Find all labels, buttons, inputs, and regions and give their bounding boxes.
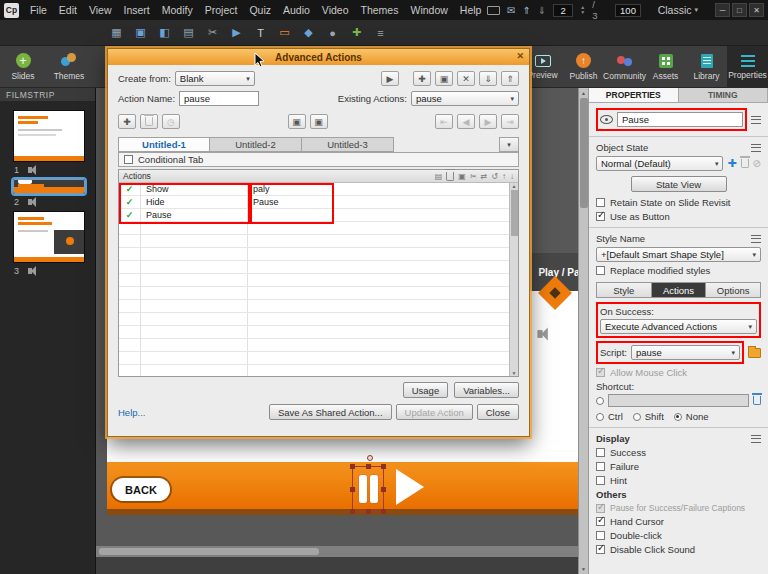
tab-timing[interactable]: TIMING: [679, 88, 768, 102]
menu-file[interactable]: File: [24, 4, 53, 16]
cut-tool-icon[interactable]: ✂: [204, 24, 221, 41]
back-button[interactable]: BACK: [112, 478, 170, 501]
conditional-tab-checkbox[interactable]: [124, 155, 133, 164]
usage-button[interactable]: Usage: [403, 382, 448, 398]
empty-action-row[interactable]: [119, 235, 509, 248]
minimize-button[interactable]: ─: [715, 3, 730, 17]
param-cell[interactable]: Pause: [248, 196, 509, 208]
delete-action-icon[interactable]: ✕: [457, 71, 475, 86]
tab-untitled-3[interactable]: Untitled-3: [302, 137, 394, 152]
slides-button[interactable]: Slides: [0, 46, 46, 88]
swap-icon[interactable]: ⇄: [481, 172, 488, 181]
tab-properties[interactable]: PROPERTIES: [589, 88, 679, 102]
menu-quiz[interactable]: Quiz: [243, 4, 277, 16]
properties-button[interactable]: Properties: [727, 46, 768, 88]
move-up-icon[interactable]: ↑: [502, 172, 506, 181]
slide-thumbnail-1[interactable]: [13, 110, 85, 162]
menu-view[interactable]: View: [83, 4, 118, 16]
success-checkbox[interactable]: [596, 448, 605, 457]
item-name-field[interactable]: Pause: [617, 112, 743, 127]
vscroll-thumb[interactable]: [580, 98, 588, 208]
help-link[interactable]: Help...: [118, 407, 145, 418]
scroll-up-icon[interactable]: ▲: [512, 183, 517, 189]
double-click-checkbox[interactable]: [596, 531, 605, 540]
clear-shortcut-icon[interactable]: [753, 396, 761, 405]
retain-state-checkbox[interactable]: [596, 198, 605, 207]
zoom-level[interactable]: 100: [615, 4, 640, 17]
empty-action-row[interactable]: [119, 287, 509, 300]
display-icon[interactable]: [487, 6, 500, 15]
copy-icon[interactable]: ▣: [458, 172, 466, 181]
first-action-icon[interactable]: ⇤: [435, 114, 453, 129]
cut-icon[interactable]: ✂: [470, 172, 477, 181]
create-from-select[interactable]: Blank ▾: [175, 71, 255, 86]
play-shape[interactable]: [396, 469, 424, 505]
next-action-icon[interactable]: ▶: [479, 114, 497, 129]
empty-action-row[interactable]: [119, 274, 509, 287]
pause-shape-selection[interactable]: [352, 466, 384, 512]
action-name-input[interactable]: pause: [179, 91, 259, 106]
selection-handle[interactable]: [381, 487, 386, 492]
list-icon[interactable]: ▤: [435, 172, 443, 181]
close-window-button[interactable]: ✕: [749, 3, 764, 17]
delete-state-icon[interactable]: [741, 159, 749, 168]
add-state-icon[interactable]: ✚: [727, 157, 736, 170]
script-select[interactable]: pause ▾: [631, 345, 740, 360]
empty-action-row[interactable]: [119, 339, 509, 352]
menu-audio[interactable]: Audio: [277, 4, 316, 16]
visibility-icon[interactable]: [600, 115, 613, 124]
scroll-down-icon[interactable]: ▼: [581, 566, 586, 572]
selection-handle[interactable]: [381, 509, 386, 514]
use-as-button-checkbox[interactable]: [596, 212, 605, 221]
subtab-style[interactable]: Style: [596, 282, 652, 298]
reset-state-icon[interactable]: ⊘: [753, 158, 761, 169]
subtab-actions[interactable]: Actions: [652, 282, 707, 298]
shift-radio[interactable]: [633, 413, 641, 421]
audio-icon[interactable]: [28, 268, 32, 274]
selection-handle[interactable]: [381, 464, 386, 469]
empty-action-row[interactable]: [119, 365, 509, 376]
add-tool-icon[interactable]: ✚: [348, 24, 365, 41]
selection-handle[interactable]: [350, 487, 355, 492]
panel-menu-icon[interactable]: [751, 144, 761, 152]
play-tool-icon[interactable]: ▶: [228, 24, 245, 41]
library-button[interactable]: Library: [686, 46, 727, 88]
menu-insert[interactable]: Insert: [118, 4, 156, 16]
export-action-icon[interactable]: ⇑: [501, 71, 519, 86]
menu-video[interactable]: Video: [316, 4, 355, 16]
import-icon[interactable]: ⇓: [538, 5, 546, 16]
add-row-icon[interactable]: ✚: [118, 114, 136, 129]
dialog-close-icon[interactable]: ✕: [516, 51, 524, 61]
shape-tool-icon[interactable]: ▭: [276, 24, 293, 41]
community-button[interactable]: Community: [604, 46, 645, 88]
workspace-switcher[interactable]: Classic ▾: [658, 4, 698, 16]
ctrl-radio[interactable]: [596, 413, 604, 421]
empty-action-row[interactable]: [119, 326, 509, 339]
menu-tool-icon[interactable]: ≡: [372, 24, 389, 41]
empty-action-row[interactable]: [119, 248, 509, 261]
slide-audio-icon[interactable]: [537, 330, 542, 338]
delete-icon[interactable]: [446, 172, 454, 181]
menu-window[interactable]: Window: [404, 4, 453, 16]
menu-project[interactable]: Project: [199, 4, 244, 16]
undo-icon[interactable]: ↺: [491, 172, 498, 181]
selection-handle[interactable]: [350, 464, 355, 469]
selection-handle[interactable]: [366, 509, 371, 514]
hint-checkbox[interactable]: [596, 476, 605, 485]
action-row[interactable]: ✓ Hide Pause: [119, 196, 509, 209]
paste-row-icon[interactable]: ▣: [310, 114, 328, 129]
prev-action-icon[interactable]: ◀: [457, 114, 475, 129]
list-tool-icon[interactable]: ▤: [180, 24, 197, 41]
variables-button[interactable]: Variables...: [454, 382, 519, 398]
panel-menu-icon[interactable]: [751, 116, 761, 124]
existing-actions-select[interactable]: pause ▾: [411, 91, 519, 106]
slide-thumbnail-2[interactable]: [13, 179, 85, 194]
publish-button[interactable]: Publish: [563, 46, 604, 88]
on-success-select[interactable]: Execute Advanced Actions ▾: [600, 319, 757, 334]
step-down-icon[interactable]: ▼: [580, 10, 585, 15]
object-tool-icon[interactable]: ◆: [300, 24, 317, 41]
text-tool-icon[interactable]: T: [252, 24, 269, 41]
edit-script-folder-icon[interactable]: [748, 348, 761, 358]
empty-action-row[interactable]: [119, 300, 509, 313]
rotation-handle[interactable]: [367, 455, 373, 461]
